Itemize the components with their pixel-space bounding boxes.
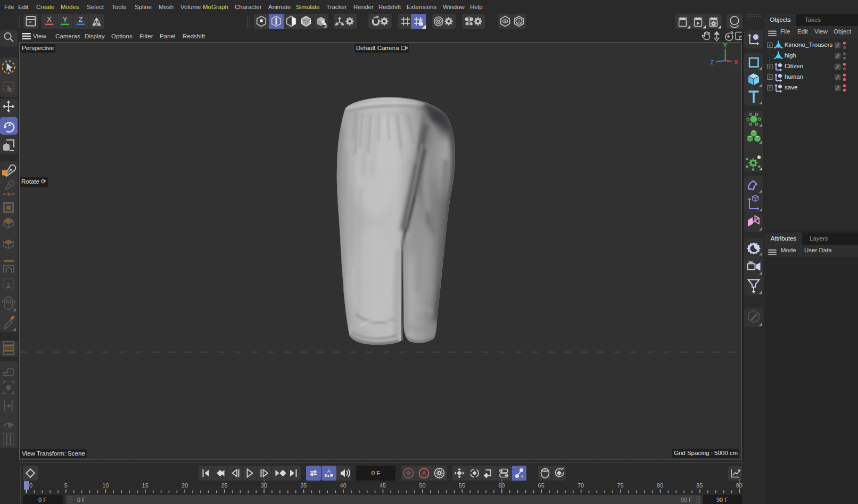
svg-text:5: 5 <box>64 482 68 489</box>
svg-text:90: 90 <box>736 482 742 489</box>
svg-text:0 F: 0 F <box>38 497 47 503</box>
svg-text:0: 0 <box>29 482 32 489</box>
svg-text:90 F: 90 F <box>716 497 728 503</box>
svg-text:0 F: 0 F <box>77 497 86 503</box>
svg-text:85: 85 <box>696 482 703 489</box>
svg-text:90 F: 90 F <box>681 497 692 503</box>
svg-text:35: 35 <box>300 482 307 489</box>
svg-text:50: 50 <box>419 482 425 489</box>
svg-text:A: A <box>422 470 426 476</box>
svg-text:20: 20 <box>182 482 188 489</box>
svg-text:Y: Y <box>63 15 68 23</box>
svg-text:0 F: 0 F <box>372 470 381 476</box>
svg-text:A: A <box>517 19 521 24</box>
svg-text:Y: Y <box>723 43 728 48</box>
svg-text:45: 45 <box>380 482 386 489</box>
svg-text:Z: Z <box>710 59 714 65</box>
svg-text:X: X <box>734 59 738 65</box>
svg-text:A: A <box>327 468 331 474</box>
svg-text:75: 75 <box>617 482 623 489</box>
svg-text:70: 70 <box>578 482 584 489</box>
svg-text:25: 25 <box>221 482 227 489</box>
svg-text:80: 80 <box>657 482 663 489</box>
svg-text:55: 55 <box>459 482 465 489</box>
svg-text:65: 65 <box>538 482 544 489</box>
svg-text:15: 15 <box>142 482 148 489</box>
svg-text:X: X <box>47 15 52 23</box>
svg-text:40: 40 <box>340 482 346 489</box>
svg-text:10: 10 <box>102 482 109 489</box>
svg-text:Z: Z <box>79 15 83 23</box>
